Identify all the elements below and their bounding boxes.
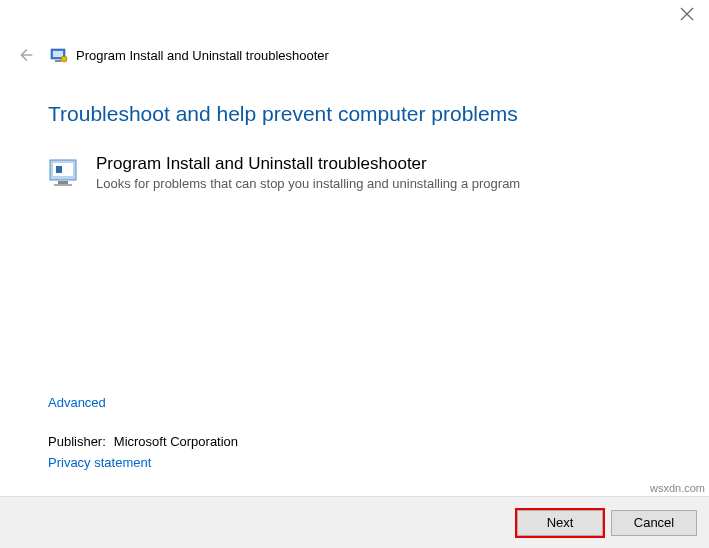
svg-point-6: [61, 56, 67, 62]
svg-rect-9: [56, 166, 62, 173]
footer-button-bar: Next Cancel: [0, 496, 709, 548]
item-title: Program Install and Uninstall troublesho…: [96, 154, 520, 174]
window-title: Program Install and Uninstall troublesho…: [76, 48, 329, 63]
troubleshooter-item: Program Install and Uninstall troublesho…: [48, 154, 709, 191]
next-button[interactable]: Next: [517, 510, 603, 536]
advanced-link[interactable]: Advanced: [48, 395, 106, 410]
item-description: Looks for problems that can stop you ins…: [96, 176, 520, 191]
publisher-line: Publisher:Microsoft Corporation: [48, 434, 238, 449]
svg-rect-10: [58, 181, 68, 184]
svg-rect-5: [55, 60, 61, 62]
troubleshooter-app-icon: [50, 46, 68, 64]
page-heading: Troubleshoot and help prevent computer p…: [48, 102, 709, 126]
privacy-statement-link[interactable]: Privacy statement: [48, 455, 151, 470]
links-area: Advanced Publisher:Microsoft Corporation…: [48, 395, 238, 470]
publisher-label: Publisher:: [48, 434, 106, 449]
content-area: Troubleshoot and help prevent computer p…: [0, 66, 709, 191]
back-arrow-icon[interactable]: [14, 44, 36, 66]
watermark-text: wsxdn.com: [650, 482, 705, 494]
header-row: Program Install and Uninstall troublesho…: [0, 40, 709, 66]
troubleshooter-item-icon: [48, 156, 82, 190]
close-icon[interactable]: [679, 6, 695, 22]
troubleshooter-item-text: Program Install and Uninstall troublesho…: [96, 154, 520, 191]
svg-rect-4: [53, 51, 63, 57]
titlebar: [0, 0, 709, 40]
cancel-button[interactable]: Cancel: [611, 510, 697, 536]
publisher-value: Microsoft Corporation: [114, 434, 238, 449]
svg-rect-11: [54, 184, 72, 186]
